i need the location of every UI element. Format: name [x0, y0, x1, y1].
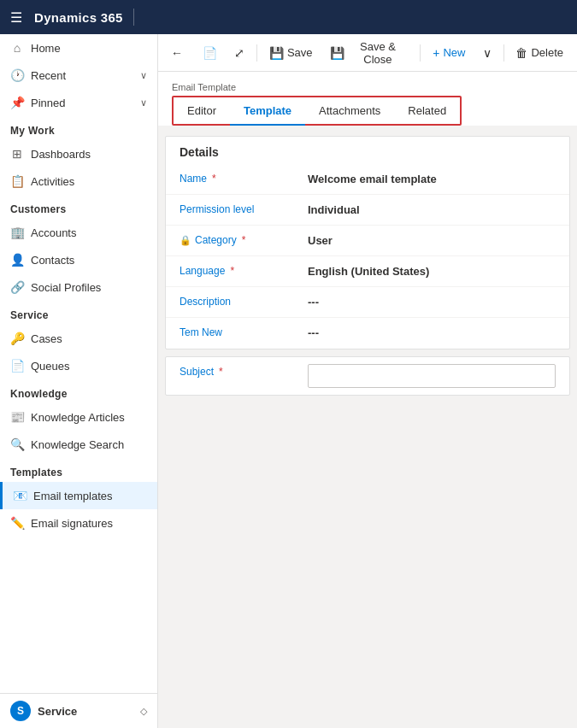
form-header: Email Template Editor Template Attachmen…	[158, 72, 577, 126]
category-required-star: *	[242, 234, 246, 246]
save-close-button[interactable]: 💾 Save & Close	[323, 36, 415, 70]
section-templates: Templates	[0, 458, 157, 482]
field-name-value: Welcome email template	[308, 171, 556, 185]
sidebar-footer-label: Service	[38, 705, 77, 718]
section-customers: Customers	[0, 195, 157, 219]
section-title: Details	[166, 137, 569, 164]
sidebar-item-cases-label: Cases	[31, 332, 62, 345]
sidebar-item-activities[interactable]: 📋 Activities	[0, 167, 157, 195]
pin-icon: 📌	[10, 96, 24, 109]
content-area: ← 📄 ⤢ 💾 Save 💾 Save & Close + New	[158, 34, 577, 728]
delete-icon: 🗑	[515, 46, 527, 60]
avatar: S	[10, 701, 31, 721]
footer-chevron-icon: ◇	[140, 706, 147, 717]
accounts-icon: 🏢	[10, 226, 24, 239]
new-dropdown-button[interactable]: ∨	[476, 42, 498, 64]
sidebar-item-contacts[interactable]: 👤 Contacts	[0, 246, 157, 273]
toolbar-divider-1	[256, 44, 257, 62]
expand-button[interactable]: ⤢	[227, 42, 251, 64]
pinned-chevron-icon: ∨	[140, 97, 147, 109]
recent-chevron-icon: ∨	[140, 70, 147, 81]
knowledge-search-icon: 🔍	[10, 437, 24, 451]
tab-template[interactable]: Template	[230, 97, 305, 126]
sidebar-item-knowledge-articles[interactable]: 📰 Knowledge Articles	[0, 403, 157, 431]
field-tem-new-label: Tem New	[180, 325, 308, 338]
social-profiles-icon: 🔗	[10, 280, 24, 294]
sidebar-item-knowledge-articles-label: Knowledge Articles	[31, 411, 125, 424]
name-required-star: *	[212, 173, 216, 185]
tab-related[interactable]: Related	[394, 97, 460, 126]
new-button[interactable]: + New	[426, 42, 472, 64]
back-button[interactable]: ←	[165, 41, 189, 65]
subject-input[interactable]	[308, 364, 556, 388]
sidebar-item-email-signatures-label: Email signatures	[31, 517, 113, 530]
sidebar-item-home-label: Home	[31, 42, 61, 55]
sidebar-footer[interactable]: S Service ◇	[0, 693, 157, 728]
form-body: Details Name * Welcome email template Pe…	[158, 126, 577, 413]
sidebar-item-knowledge-search[interactable]: 🔍 Knowledge Search	[0, 431, 157, 458]
record-icon: 📄	[203, 46, 217, 60]
form-area: Email Template Editor Template Attachmen…	[158, 72, 577, 728]
email-signatures-icon: ✏️	[10, 516, 24, 530]
sidebar-item-accounts[interactable]: 🏢 Accounts	[0, 219, 157, 246]
save-icon: 💾	[269, 46, 284, 60]
sidebar-item-home[interactable]: ⌂ Home	[0, 34, 157, 62]
language-required-star: *	[230, 265, 234, 277]
tab-bar: Editor Template Attachments Related	[172, 96, 462, 126]
contacts-icon: 👤	[10, 253, 24, 267]
sidebar-item-cases[interactable]: 🔑 Cases	[0, 325, 157, 352]
section-knowledge: Knowledge	[0, 379, 157, 403]
sidebar-item-social-profiles-label: Social Profiles	[31, 281, 101, 294]
main-layout: ⌂ Home 🕐 Recent ∨ 📌 Pinned ∨ My Work ⊞ D…	[0, 34, 577, 728]
save-close-icon: 💾	[330, 46, 344, 60]
subject-required-star: *	[219, 366, 223, 378]
toolbar: ← 📄 ⤢ 💾 Save 💾 Save & Close + New	[158, 34, 577, 72]
field-description-value: ---	[308, 294, 556, 308]
sidebar-item-dashboards[interactable]: ⊞ Dashboards	[0, 140, 157, 167]
hamburger-menu[interactable]: ☰	[10, 9, 22, 26]
field-language-label: Language *	[180, 263, 308, 277]
field-category: 🔒 Category * User	[166, 226, 569, 256]
save-button[interactable]: 💾 Save	[262, 42, 320, 64]
dropdown-icon: ∨	[483, 46, 492, 60]
tab-editor[interactable]: Editor	[174, 97, 230, 126]
sidebar-item-email-templates[interactable]: 📧 Email templates	[0, 482, 157, 509]
sidebar-item-email-signatures[interactable]: ✏️ Email signatures	[0, 509, 157, 537]
sidebar-item-accounts-label: Accounts	[31, 226, 76, 239]
dashboards-icon: ⊞	[10, 147, 24, 161]
section-my-work: My Work	[0, 116, 157, 140]
recent-icon: 🕐	[10, 68, 24, 82]
details-section: Details Name * Welcome email template Pe…	[165, 136, 570, 349]
queues-icon: 📄	[10, 359, 24, 373]
field-tem-new: Tem New ---	[166, 318, 569, 349]
field-permission-level: Permission level Individual	[166, 195, 569, 226]
field-tem-new-value: ---	[308, 325, 556, 339]
sidebar-item-queues-label: Queues	[31, 360, 70, 373]
sidebar-item-contacts-label: Contacts	[31, 254, 74, 267]
field-category-value: User	[308, 232, 556, 247]
sidebar-item-knowledge-search-label: Knowledge Search	[31, 438, 124, 451]
sidebar-item-pinned[interactable]: 📌 Pinned ∨	[0, 89, 157, 116]
subject-section: Subject *	[165, 356, 570, 396]
lock-icon: 🔒	[180, 235, 191, 246]
field-language-value: English (United States)	[308, 263, 556, 278]
home-icon: ⌂	[10, 41, 24, 55]
cases-icon: 🔑	[10, 332, 24, 345]
top-bar: ☰ Dynamics 365	[0, 0, 577, 34]
new-icon: +	[433, 46, 439, 60]
sidebar-item-activities-label: Activities	[31, 175, 74, 188]
sidebar-item-queues[interactable]: 📄 Queues	[0, 352, 157, 379]
field-description: Description ---	[166, 287, 569, 318]
record-view-button[interactable]: 📄	[196, 42, 224, 64]
toolbar-nav: ←	[165, 41, 189, 65]
sidebar-item-recent[interactable]: 🕐 Recent ∨	[0, 62, 157, 89]
record-type-label: Email Template	[172, 77, 563, 92]
delete-button[interactable]: 🗑 Delete	[509, 42, 570, 64]
field-language: Language * English (United States)	[166, 256, 569, 287]
activities-icon: 📋	[10, 174, 24, 188]
toolbar-divider-2	[420, 44, 421, 62]
sidebar: ⌂ Home 🕐 Recent ∨ 📌 Pinned ∨ My Work ⊞ D…	[0, 34, 158, 728]
field-subject: Subject *	[166, 357, 569, 395]
sidebar-item-social-profiles[interactable]: 🔗 Social Profiles	[0, 273, 157, 301]
tab-attachments[interactable]: Attachments	[305, 97, 394, 126]
